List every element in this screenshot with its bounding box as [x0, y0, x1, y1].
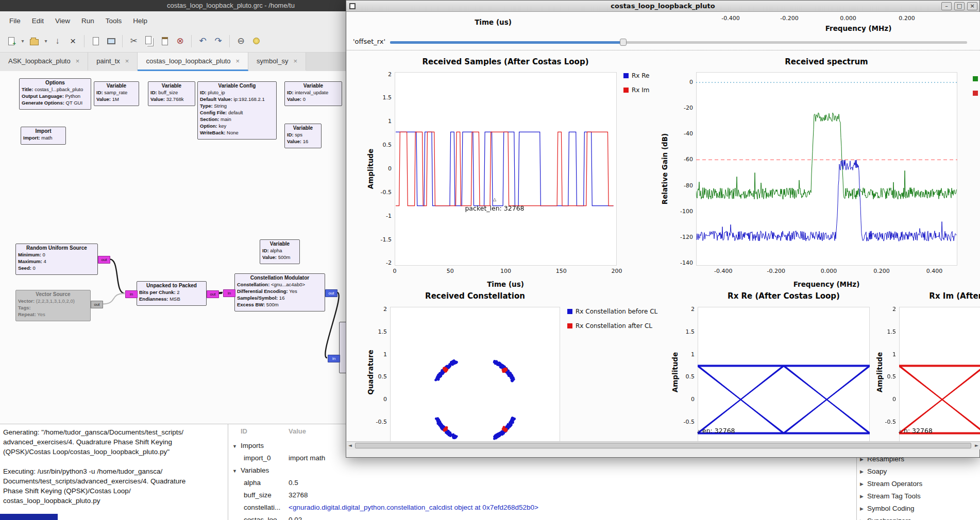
y-tick-label: 1.5: [362, 94, 392, 101]
connection-unpacked_to_packed-to-constellation_modulator[interactable]: [218, 292, 223, 293]
scrollbar-thumb[interactable]: [355, 443, 971, 448]
menu-tools[interactable]: Tools: [100, 15, 127, 27]
block-var_alpha[interactable]: VariableID: alphaValue: 500m: [260, 239, 300, 264]
block-variable_config[interactable]: Variable ConfigID: pluto_ipDefault Value…: [197, 81, 277, 140]
scroll-left-icon[interactable]: ◄: [348, 443, 352, 448]
connection-random_uniform_source-to-unpacked_to_packed[interactable]: [110, 259, 125, 294]
variable-row[interactable]: buff_size32768: [228, 490, 856, 502]
block-param: Endianness: MSB: [137, 296, 206, 302]
block-options[interactable]: OptionsTitle: costas_l...pback_plutoOutp…: [19, 78, 91, 110]
save-icon[interactable]: ↓: [50, 34, 64, 48]
tab-close-icon[interactable]: ×: [294, 57, 298, 65]
block-title: Variable: [285, 124, 321, 131]
new-file-dropdown-icon[interactable]: ▾: [20, 34, 26, 48]
undo-icon[interactable]: ↶: [196, 34, 210, 48]
port-in[interactable]: in: [223, 289, 235, 297]
tab-close-icon[interactable]: ×: [125, 57, 129, 65]
screen-capture-icon[interactable]: [104, 34, 118, 48]
port-in[interactable]: in: [125, 290, 138, 298]
block-title: Vector Source: [16, 290, 90, 298]
block-random_uniform_source[interactable]: Random Uniform SourceMinimum: 0Maximum: …: [15, 244, 98, 275]
block-var_samp_rate[interactable]: VariableID: samp_rateValue: 1M: [94, 81, 139, 106]
qt-titlebar[interactable]: costas_loop_loopback_pluto – □ ×: [346, 1, 979, 12]
menu-view[interactable]: View: [50, 15, 75, 27]
block-title: Variable: [94, 82, 139, 89]
copy-icon[interactable]: [142, 34, 156, 48]
delete-icon[interactable]: ⊗: [173, 34, 187, 48]
menu-help[interactable]: Help: [128, 15, 153, 27]
tree-expand-icon[interactable]: ▼: [232, 469, 237, 474]
variable-value: 0.5: [289, 479, 298, 487]
legend-swatch: [973, 76, 978, 81]
y-tick-label: -20: [663, 105, 693, 111]
new-file-icon[interactable]: +: [4, 34, 18, 48]
block-constellation_modulator[interactable]: Constellation ModulatorConstellation: <g…: [234, 273, 325, 311]
received-constellation-canvas[interactable]: [390, 307, 560, 441]
menu-edit[interactable]: Edit: [27, 15, 49, 27]
scroll-right-icon[interactable]: ►: [975, 443, 978, 448]
variable-row[interactable]: constellati...<gnuradio.digital.digital_…: [228, 502, 856, 515]
menu-run[interactable]: Run: [76, 15, 99, 27]
port-in[interactable]: in: [328, 355, 340, 362]
redo-icon[interactable]: ↷: [211, 34, 225, 48]
tab-ASK_loopback_pluto[interactable]: ASK_loopback_pluto×: [0, 53, 88, 71]
block-title: Variable: [260, 240, 299, 247]
library-item[interactable]: ▶Stream Tag Tools: [860, 491, 980, 504]
rx-im-canvas[interactable]: [899, 307, 980, 441]
block-var_buff_size[interactable]: VariableID: buff_sizeValue: 32.768k: [148, 81, 195, 106]
tab-costas_loop_loopback_pluto[interactable]: costas_loop_loopback_pluto×: [138, 53, 248, 71]
block-param: ID: alpha: [260, 247, 299, 254]
print-icon[interactable]: [89, 34, 103, 48]
close-file-icon[interactable]: ×: [66, 34, 80, 48]
port-out[interactable]: out: [207, 290, 219, 298]
block-var_interval_update[interactable]: VariableID: interval_updateValue: 0: [284, 81, 342, 106]
close-button[interactable]: ×: [967, 2, 977, 10]
variable-row[interactable]: costas_loo...0.02: [228, 515, 856, 520]
library-item[interactable]: ▶Stream Operators: [860, 479, 980, 491]
block-param: Value: 500m: [260, 254, 299, 261]
block-unpacked_to_packed[interactable]: Unpacked to PackedBits per Chunk: 2Endia…: [137, 281, 207, 306]
received-spectrum-canvas[interactable]: [696, 72, 957, 266]
port-out[interactable]: out: [325, 289, 337, 297]
block-var_sps[interactable]: VariableID: spsValue: 16: [284, 124, 322, 148]
library-item-label: Soapy: [867, 467, 887, 475]
paste-icon[interactable]: [158, 34, 172, 48]
console[interactable]: Generating: "/home/tudor_gansca/Document…: [0, 424, 228, 520]
connection-constellation_modulator-to-partial_block[interactable]: [325, 292, 339, 358]
tab-close-icon[interactable]: ×: [76, 57, 80, 65]
offset-rx-slider[interactable]: [390, 41, 967, 44]
block-param: Value: 0: [285, 96, 342, 102]
rx-re-annotation: en: 32768: [702, 427, 735, 435]
variable-row[interactable]: ▼Variables: [228, 465, 856, 478]
minimize-button[interactable]: –: [941, 2, 952, 10]
open-icon[interactable]: [27, 34, 41, 48]
variable-row[interactable]: alpha0.5: [228, 478, 856, 490]
y-tick-label: 0.5: [357, 373, 387, 380]
y-tick-label: -60: [663, 156, 693, 163]
qt-window-title: costas_loop_loopback_pluto: [611, 2, 715, 10]
generate-icon[interactable]: [249, 34, 263, 48]
horizontal-scrollbar[interactable]: ◄ ►: [347, 441, 980, 449]
cut-icon[interactable]: ✂: [127, 34, 141, 48]
tab-symbol_sy[interactable]: symbol_sy×: [248, 53, 306, 71]
block-vector_source[interactable]: Vector SourceVector: (2,2,3,1,3,1,0,2,0)…: [15, 290, 91, 321]
library-item[interactable]: ▶Soapy: [860, 466, 980, 479]
library-item[interactable]: ▶Synchronizers: [860, 516, 980, 520]
errors-icon[interactable]: ⊖: [234, 34, 248, 48]
tab-paint_tx[interactable]: paint_tx×: [88, 53, 138, 71]
open-dropdown-icon[interactable]: ▾: [43, 34, 49, 48]
connection-vector_source-to-unpacked_to_packed[interactable]: [103, 293, 125, 304]
library-item[interactable]: ▶Symbol Coding: [860, 504, 980, 516]
port-out[interactable]: out: [91, 301, 103, 308]
maximize-button[interactable]: □: [954, 2, 965, 10]
freq-top-tick: -0.200: [780, 15, 798, 22]
tree-expand-icon[interactable]: ▼: [232, 444, 237, 449]
received-samples-canvas[interactable]: [395, 72, 617, 266]
y-tick-label: 0.5: [362, 142, 392, 148]
port-out[interactable]: out: [98, 256, 110, 264]
menu-file[interactable]: File: [4, 15, 26, 27]
slider-handle[interactable]: [620, 39, 627, 46]
tab-close-icon[interactable]: ×: [236, 57, 240, 65]
rx-re-canvas[interactable]: [698, 307, 870, 441]
block-import_math[interactable]: ImportImport: math: [21, 127, 66, 145]
